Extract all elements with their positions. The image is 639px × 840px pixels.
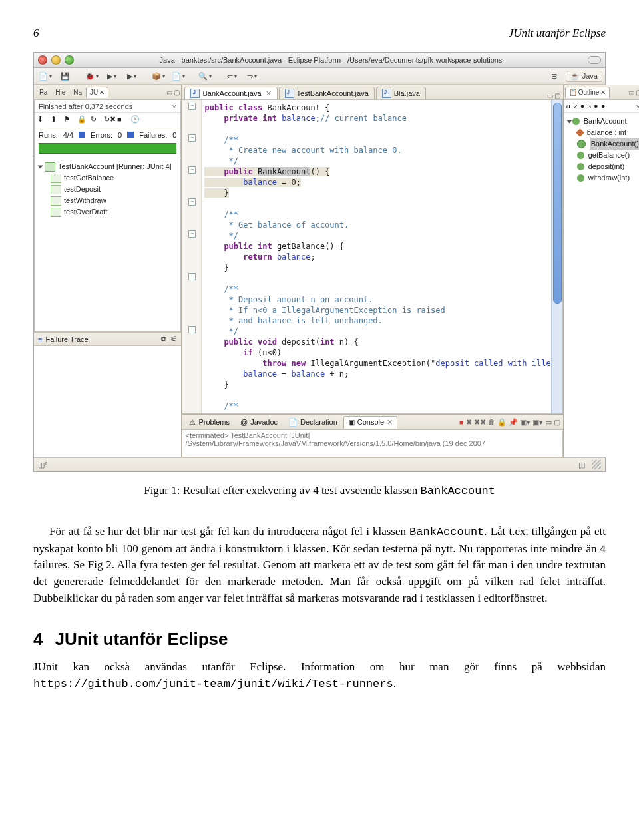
bottom-tabstrip: ⚠ Problems @ Javadoc 📄 Declaration ▣ Con… xyxy=(182,415,562,430)
run-button[interactable]: ▶ xyxy=(103,69,120,83)
clear-console-icon[interactable]: 🗑 xyxy=(488,418,495,427)
fold-icon[interactable]: − xyxy=(188,273,196,280)
perspective-java[interactable]: ☕ Java xyxy=(566,71,602,82)
prev-failure-icon[interactable]: ⬆ xyxy=(51,115,61,126)
minimize-view-icon[interactable]: ▭ xyxy=(628,89,634,96)
fold-icon[interactable]: − xyxy=(188,134,196,142)
tab-navigator[interactable]: Na xyxy=(69,87,86,98)
close-icon[interactable]: ✕ xyxy=(600,89,606,96)
fold-icon[interactable]: − xyxy=(188,166,196,174)
fold-icon[interactable]: − xyxy=(188,230,196,238)
console-output[interactable]: <terminated> TestBankAccount [JUnit] /Sy… xyxy=(182,430,562,457)
toolbar-toggle-icon[interactable] xyxy=(588,56,601,64)
filter-icon[interactable]: ⚟ xyxy=(170,335,177,343)
tab-javadoc[interactable]: @ Javadoc xyxy=(236,416,282,428)
editor-tab-bla[interactable]: Bla.java xyxy=(376,87,426,99)
minimize-view-icon[interactable]: ▭ xyxy=(545,418,552,427)
close-icon[interactable]: ✕ xyxy=(99,89,105,96)
open-perspective-button[interactable]: ⊞ xyxy=(546,69,563,83)
failure-trace-icon: ≡ xyxy=(38,335,41,343)
open-console-icon[interactable]: ▣▾ xyxy=(532,418,543,427)
maximize-view-icon[interactable]: ▢ xyxy=(554,418,560,427)
outline-tree[interactable]: BankAccount balance : int BankAccount() … xyxy=(564,113,639,457)
failure-trace-body[interactable] xyxy=(34,346,181,457)
minimize-view-icon[interactable]: ▭ xyxy=(166,89,172,96)
hide-static-icon[interactable]: s xyxy=(587,102,591,110)
section-heading: 4JUnit utanför Eclipse xyxy=(33,629,606,650)
show-failures-icon[interactable]: ⚑ xyxy=(64,115,75,126)
close-icon[interactable] xyxy=(38,55,47,65)
maximize-editor-icon[interactable]: ▢ xyxy=(554,92,560,99)
display-console-icon[interactable]: ▣▾ xyxy=(520,418,531,427)
source-code[interactable]: public class BankAccount { private int b… xyxy=(202,100,550,413)
remove-all-icon[interactable]: ✖✖ xyxy=(474,418,486,427)
scroll-lock-icon[interactable]: 🔒 xyxy=(497,418,507,427)
view-menu-icon[interactable]: ▿ xyxy=(636,102,639,110)
body-paragraph-2: JUnit kan också användas utanför Eclipse… xyxy=(33,659,606,692)
outline-tabstrip: 📋 Outline ✕ ▭▢ xyxy=(564,85,639,100)
window-titlebar[interactable]: Java - banktest/src/BankAccount.java - E… xyxy=(34,53,605,68)
rerun-failed-icon[interactable]: ↻✖ xyxy=(104,115,114,126)
tab-problems[interactable]: ⚠ Problems xyxy=(184,416,234,429)
stop-icon[interactable]: ■ xyxy=(117,115,128,126)
test-pass-icon xyxy=(51,196,61,206)
nav-back-button[interactable]: ⇐ xyxy=(223,69,240,83)
new-package-button[interactable]: 📦 xyxy=(150,69,167,83)
page-number: 6 xyxy=(33,27,39,40)
maximize-view-icon[interactable]: ▢ xyxy=(636,89,639,96)
scroll-lock-icon[interactable]: 🔒 xyxy=(77,115,88,126)
close-icon[interactable]: ✕ xyxy=(387,418,393,427)
window-title: Java - banktest/src/BankAccount.java - E… xyxy=(78,56,584,64)
hide-local-icon[interactable]: ● xyxy=(601,102,606,110)
new-button[interactable]: 📄 xyxy=(37,69,54,83)
fold-icon[interactable]: − xyxy=(188,198,196,206)
new-class-button[interactable]: 📄 xyxy=(170,69,187,83)
code-editor[interactable]: − − − − − − − public class BankAccount {… xyxy=(182,100,562,414)
status-right-icon: ◫ xyxy=(578,461,585,469)
hide-nonpublic-icon[interactable]: ● xyxy=(594,102,598,110)
editor-tabstrip: BankAccount.java✕ TestBankAccount.java B… xyxy=(182,85,562,100)
tab-package-explorer[interactable]: Pa xyxy=(35,87,51,98)
remove-launch-icon[interactable]: ✖ xyxy=(466,418,472,427)
sort-icon[interactable]: a↓z xyxy=(566,102,578,110)
main-toolbar: 📄 💾 🐞 ▶ ▶ 📦 📄 🔍 ⇐ ⇒ ⊞ ☕ Java xyxy=(34,68,605,85)
fold-icon[interactable]: − xyxy=(188,326,196,333)
expand-icon[interactable] xyxy=(566,120,572,123)
history-icon[interactable]: 🕓 xyxy=(130,115,141,126)
vertical-scrollbar[interactable] xyxy=(551,100,562,413)
editor-tab-testbankaccount[interactable]: TestBankAccount.java xyxy=(279,87,375,99)
next-failure-icon[interactable]: ⬇ xyxy=(37,115,48,126)
tab-console[interactable]: ▣ Console ✕ xyxy=(343,416,397,429)
zoom-icon[interactable] xyxy=(65,55,74,65)
scrollbar-thumb[interactable] xyxy=(553,103,562,304)
nav-fwd-button[interactable]: ⇒ xyxy=(243,69,260,83)
hide-fields-icon[interactable]: ● xyxy=(580,102,585,110)
debug-button[interactable]: 🐞 xyxy=(83,69,101,83)
tab-hierarchy[interactable]: Hie xyxy=(51,87,69,98)
compare-icon[interactable]: ⧉ xyxy=(161,335,166,343)
save-button[interactable]: 💾 xyxy=(57,69,74,83)
fold-icon[interactable]: − xyxy=(188,103,196,110)
run-last-button[interactable]: ▶ xyxy=(123,69,140,83)
resize-grip-icon[interactable] xyxy=(592,460,601,469)
view-menu-icon[interactable]: ▿ xyxy=(172,102,176,110)
terminate-icon[interactable]: ■ xyxy=(459,418,464,427)
junit-progress-bar xyxy=(39,143,176,154)
expand-icon[interactable] xyxy=(38,165,43,168)
minimize-icon[interactable] xyxy=(51,55,61,65)
rerun-icon[interactable]: ↻ xyxy=(91,115,101,126)
test-pass-icon xyxy=(51,174,61,183)
editor-tab-bankaccount[interactable]: BankAccount.java✕ xyxy=(184,87,277,99)
outline-toolbar: a↓z ● s ● ● ▿ xyxy=(564,100,639,113)
minimize-editor-icon[interactable]: ▭ xyxy=(547,92,553,99)
editor-gutter[interactable]: − − − − − − − xyxy=(182,100,202,413)
search-button[interactable]: 🔍 xyxy=(196,69,214,83)
pin-console-icon[interactable]: 📌 xyxy=(509,418,518,427)
tab-outline[interactable]: 📋 Outline ✕ xyxy=(565,87,610,98)
junit-test-tree[interactable]: TestBankAccount [Runner: JUnit 4] testGe… xyxy=(35,158,180,220)
close-icon[interactable]: ✕ xyxy=(266,89,272,98)
status-left-icon: ◫° xyxy=(38,461,47,469)
tab-declaration[interactable]: 📄 Declaration xyxy=(284,416,342,429)
maximize-view-icon[interactable]: ▢ xyxy=(174,89,180,96)
tab-junit[interactable]: JU ✕ xyxy=(86,87,108,98)
